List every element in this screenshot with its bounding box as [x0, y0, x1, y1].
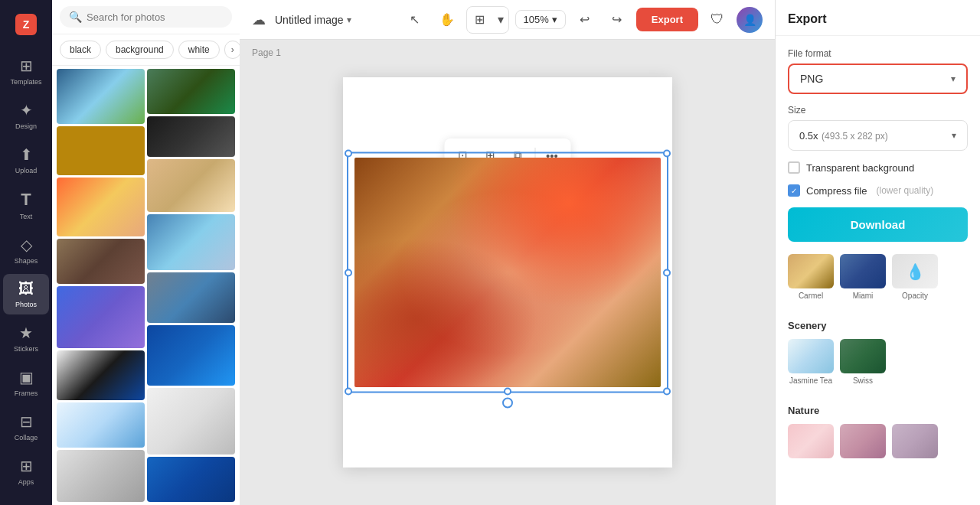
download-button[interactable]: Download [788, 207, 968, 242]
sidebar-item-design[interactable]: ✦ Design [3, 95, 49, 136]
handle-top-left[interactable] [345, 150, 352, 158]
redo-button[interactable]: ↪ [604, 7, 630, 33]
sidebar-item-text[interactable]: T Text [3, 184, 49, 226]
sidebar-label-apps: Apps [18, 478, 34, 486]
top-bar: ☁ Untitled image ▾ ↖ ✋ ⊞ ▾ 105% ▾ ↩ ↪ Ex… [240, 0, 775, 40]
jasmine-thumb [788, 339, 834, 373]
size-select[interactable]: 0.5x (493.5 x 282 px) ▾ [788, 120, 968, 151]
avatar[interactable]: 👤 [737, 7, 763, 33]
compress-file-row[interactable]: Compress file (lower quality) [788, 184, 968, 197]
export-button[interactable]: Export [636, 8, 698, 31]
filter-jasmine[interactable]: Jasmine Tea [788, 339, 834, 385]
filter-tag-background[interactable]: background [106, 41, 174, 59]
shapes-icon: ◇ [21, 236, 32, 254]
handle-bottom-left[interactable] [345, 388, 352, 396]
handle-bottom-middle[interactable] [504, 388, 511, 396]
hand-tool-button[interactable]: ✋ [434, 7, 460, 33]
photo-thumb-15[interactable] [57, 450, 145, 502]
photo-thumb-4[interactable] [147, 116, 235, 158]
transparent-bg-checkbox[interactable] [788, 161, 800, 174]
sidebar-label-stickers: Stickers [14, 345, 38, 353]
file-format-select[interactable]: PNG ▾ [788, 64, 968, 94]
photo-thumb-11[interactable] [57, 350, 145, 400]
shield-icon-button[interactable]: 🛡 [704, 7, 730, 33]
handle-bottom-right[interactable] [663, 388, 671, 396]
compress-file-checkbox[interactable] [788, 184, 800, 197]
compress-sublabel: (lower quality) [876, 185, 933, 196]
layout-tool-group: ⊞ ▾ [466, 6, 509, 34]
canvas-image[interactable] [354, 158, 661, 387]
doc-title-wrap[interactable]: Untitled image ▾ [275, 14, 351, 26]
scenery-title: Scenery [788, 320, 968, 331]
doc-title: Untitled image [275, 14, 344, 26]
search-input[interactable] [87, 11, 223, 23]
filter-thumbs-row1: Carmel Miami 💧 Opacity [788, 254, 968, 300]
filter-nature3[interactable] [892, 424, 938, 458]
photo-thumb-10[interactable] [147, 272, 235, 323]
transparent-bg-row[interactable]: Transparent background [788, 161, 968, 174]
compress-label: Compress file [806, 185, 867, 197]
photo-thumb-14[interactable] [147, 388, 235, 455]
photo-thumb-6[interactable] [147, 159, 235, 211]
handle-middle-left[interactable] [345, 269, 352, 276]
sidebar-item-photos[interactable]: 🖼 Photos [3, 274, 49, 314]
filter-tag-white[interactable]: white [178, 41, 220, 59]
sidebar-item-templates[interactable]: ⊞ Templates [3, 50, 49, 92]
logo-button[interactable]: Z [3, 8, 49, 41]
main-area: ☁ Untitled image ▾ ↖ ✋ ⊞ ▾ 105% ▾ ↩ ↪ Ex… [240, 0, 775, 505]
filter-miami[interactable]: Miami [840, 254, 886, 300]
nature3-thumb [892, 424, 938, 458]
nature-section: Nature [776, 397, 980, 471]
sidebar-label-shapes: Shapes [15, 257, 38, 265]
size-value: 0.5x [799, 130, 818, 142]
photo-thumb-5[interactable] [57, 178, 145, 236]
layout-tool-button[interactable]: ⊞ [467, 7, 493, 33]
handle-middle-right[interactable] [663, 269, 671, 276]
layout-chevron-button[interactable]: ▾ [493, 7, 508, 33]
photo-thumb-16[interactable] [147, 457, 235, 502]
left-sidebar: Z ⊞ Templates ✦ Design ⬆ Upload T Text ◇… [0, 0, 52, 505]
carmel-thumb [788, 254, 834, 288]
food-image-inner [354, 158, 661, 387]
right-panel: Export File format PNG ▾ Size 0.5x (493.… [775, 0, 980, 505]
sidebar-item-stickers[interactable]: ★ Stickers [3, 318, 49, 359]
photo-thumb-2[interactable] [147, 69, 235, 114]
photos-col-left [57, 69, 145, 502]
filter-swiss[interactable]: Swiss [840, 339, 886, 385]
undo-button[interactable]: ↩ [572, 7, 598, 33]
photo-thumb-1[interactable] [57, 69, 145, 124]
apps-icon: ⊞ [20, 457, 33, 475]
sidebar-item-collage[interactable]: ⊟ Collage [3, 406, 49, 448]
handle-top-right[interactable] [663, 150, 671, 158]
sidebar-item-shapes[interactable]: ◇ Shapes [3, 230, 49, 271]
photo-thumb-9[interactable] [57, 286, 145, 348]
sidebar-label-collage: Collage [15, 434, 38, 441]
search-input-wrap[interactable]: 🔍 [60, 6, 232, 28]
filter-nature2[interactable] [840, 424, 886, 458]
filter-more-button[interactable]: › [224, 41, 240, 59]
zoom-value: 105% [524, 14, 549, 25]
photo-thumb-3[interactable] [57, 126, 145, 174]
transparent-bg-label: Transparent background [806, 162, 914, 174]
filter-tag-black[interactable]: black [60, 41, 101, 59]
nature-thumbs [788, 424, 968, 458]
sidebar-item-frames[interactable]: ▣ Frames [3, 362, 49, 403]
pointer-tool-button[interactable]: ↖ [402, 7, 428, 33]
opacity-section[interactable]: 💧 Opacity [892, 254, 938, 300]
sidebar-item-upload[interactable]: ⬆ Upload [3, 139, 49, 181]
size-section: Size 0.5x (493.5 x 282 px) ▾ [788, 105, 968, 151]
filter-carmel[interactable]: Carmel [788, 254, 834, 300]
size-label: Size [788, 105, 968, 116]
miami-label: Miami [853, 292, 874, 300]
collage-icon: ⊟ [20, 412, 33, 431]
filter-nature1[interactable] [788, 424, 834, 458]
zoom-display[interactable]: 105% ▾ [515, 10, 566, 29]
photo-thumb-7[interactable] [57, 239, 145, 284]
photo-thumb-13[interactable] [57, 402, 145, 448]
opacity-label: Opacity [902, 292, 928, 300]
photo-thumb-8[interactable] [147, 214, 235, 270]
doc-chevron-icon: ▾ [347, 15, 351, 25]
photo-thumb-12[interactable] [147, 325, 235, 385]
rotate-handle[interactable] [502, 398, 513, 409]
sidebar-item-apps[interactable]: ⊞ Apps [3, 451, 49, 492]
